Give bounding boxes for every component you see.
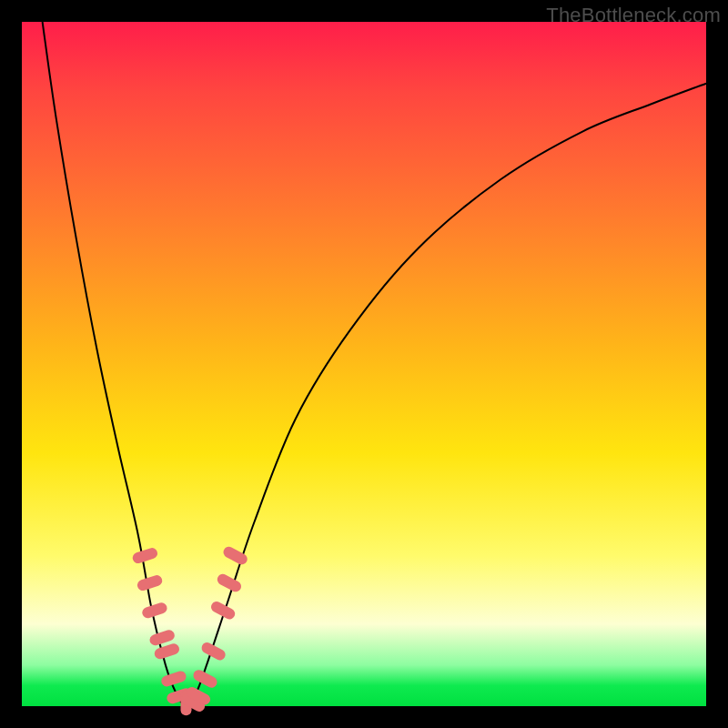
watermark-text: TheBottleneck.com [546, 4, 721, 27]
marker [136, 574, 163, 592]
marker [160, 670, 187, 688]
marker [131, 547, 158, 565]
bottleneck-curve [43, 22, 706, 706]
marker [216, 572, 243, 594]
chart-frame: TheBottleneck.com [0, 0, 728, 728]
curve-layer [22, 22, 706, 706]
curve-markers [131, 545, 249, 715]
marker [141, 602, 168, 620]
